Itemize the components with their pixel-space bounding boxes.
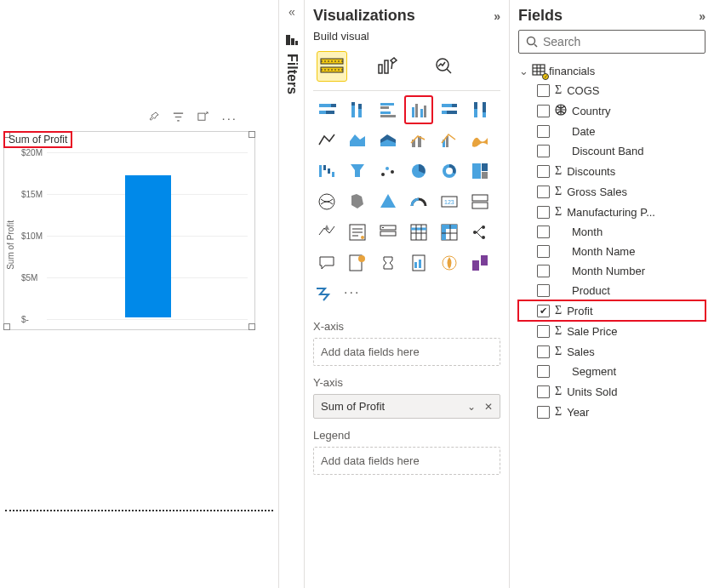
field-discount-band[interactable]: Discount Band (518, 141, 705, 161)
viz-type-pie[interactable] (405, 157, 432, 185)
filter-icon[interactable] (172, 111, 185, 126)
viz-type-card[interactable]: 123 (436, 188, 463, 215)
svg-point-85 (358, 255, 365, 262)
resize-handle[interactable] (3, 323, 10, 330)
field-segment[interactable]: Segment (518, 362, 705, 381)
field-date[interactable]: Date (518, 122, 705, 141)
table-financials[interactable]: ⌄ ✓ financials (518, 62, 705, 80)
sigma-icon: Σ (555, 385, 562, 398)
field-checkbox[interactable] (537, 145, 550, 157)
field-checkbox[interactable] (537, 245, 550, 258)
field-checkbox[interactable] (537, 186, 550, 198)
field-checkbox[interactable] (537, 385, 550, 398)
viz-type-stacked-area[interactable] (374, 127, 402, 154)
field-checkbox[interactable] (537, 345, 550, 358)
viz-type-gauge[interactable] (405, 188, 432, 215)
viz-type-multi-row-card[interactable] (466, 188, 494, 215)
tab-build-visual[interactable] (317, 51, 347, 82)
viz-type-azure-map[interactable] (374, 188, 402, 215)
viz-type-scatter[interactable] (374, 157, 402, 185)
field-country[interactable]: Country (518, 100, 705, 122)
viz-type-waterfall[interactable] (313, 157, 340, 185)
viz-type-matrix[interactable] (436, 219, 463, 246)
viz-type-ribbon[interactable] (466, 127, 494, 154)
legend-well[interactable]: Add data fields here (313, 447, 500, 475)
viz-type-kpi[interactable] (313, 219, 340, 246)
viz-type-donut[interactable] (436, 157, 463, 185)
collapse-chevron-icon[interactable]: » (288, 7, 295, 20)
field-gross-sales[interactable]: ΣGross Sales (518, 181, 705, 202)
tab-format-visual[interactable] (373, 51, 403, 82)
resize-handle[interactable] (248, 131, 255, 138)
field-month-number[interactable]: Month Number (518, 261, 705, 281)
field-checkbox[interactable] (537, 206, 550, 219)
field-discounts[interactable]: ΣDiscounts (518, 161, 705, 181)
viz-type-line[interactable] (313, 127, 340, 154)
field-month-name[interactable]: Month Name (518, 242, 705, 261)
field-year[interactable]: ΣYear (518, 402, 705, 422)
viz-type-line-stacked-column[interactable] (405, 127, 432, 154)
field-checkbox[interactable] (537, 325, 550, 338)
tab-analytics[interactable] (429, 51, 460, 82)
viz-type-decomposition-tree[interactable] (466, 219, 494, 246)
field-checkbox[interactable] (537, 84, 550, 97)
viz-type-clustered-bar[interactable] (374, 96, 402, 123)
collapse-chevron-icon[interactable]: » (494, 9, 500, 23)
field-checkbox[interactable] (537, 265, 550, 277)
field-checkbox[interactable] (537, 125, 550, 138)
bar[interactable] (125, 175, 171, 317)
field-checkbox[interactable] (537, 365, 550, 378)
field-checkbox[interactable] (537, 305, 550, 317)
viz-type-key-influencers[interactable] (344, 249, 371, 277)
fields-search[interactable] (518, 30, 705, 54)
viz-type-qa[interactable] (313, 249, 340, 277)
field-product[interactable]: Product (518, 281, 705, 300)
chevron-down-icon[interactable]: ⌄ (467, 401, 476, 413)
field-profit[interactable]: ΣProfit (518, 300, 705, 321)
viz-type-clustered-column[interactable] (405, 96, 432, 123)
viz-type-slicer[interactable] (374, 219, 402, 246)
xaxis-well[interactable]: Add data fields here (313, 338, 500, 366)
viz-type-funnel[interactable] (344, 157, 371, 185)
more-options-icon[interactable]: ··· (221, 111, 237, 126)
focus-mode-icon[interactable] (197, 111, 209, 126)
viz-type-line-clustered-column[interactable] (436, 127, 463, 154)
viz-type-smart-narrative[interactable] (344, 219, 371, 246)
yaxis-well[interactable]: Sum of Profit ⌄ ✕ (313, 394, 500, 419)
expand-caret-icon[interactable]: ⌄ (518, 65, 528, 77)
filters-pane-collapsed[interactable]: » Filters (279, 0, 305, 588)
field-cogs[interactable]: ΣCOGS (518, 80, 705, 100)
viz-type-treemap[interactable] (466, 157, 494, 185)
more-visuals-icon[interactable]: ··· (344, 285, 360, 306)
collapse-chevron-icon[interactable]: » (699, 9, 705, 23)
field-manufacturing-p-[interactable]: ΣManufacturing P... (518, 202, 705, 222)
search-input[interactable] (543, 35, 698, 49)
pin-icon[interactable] (147, 111, 160, 126)
power-automate-icon[interactable] (315, 285, 334, 306)
viz-type-100-stacked-column[interactable] (466, 96, 494, 123)
resize-handle[interactable] (248, 323, 255, 330)
viz-type-goals[interactable] (374, 249, 402, 277)
viz-type-area[interactable] (344, 127, 371, 154)
field-checkbox[interactable] (537, 225, 550, 238)
column-chart-visual[interactable]: Sum of Profit Sum of Profit $20M$15M$10M… (3, 131, 255, 330)
field-month[interactable]: Month (518, 222, 705, 242)
field-sales[interactable]: ΣSales (518, 341, 705, 362)
viz-type-stacked-bar[interactable] (313, 96, 340, 123)
field-checkbox[interactable] (537, 105, 550, 117)
viz-type-python[interactable] (466, 249, 494, 277)
field-units-sold[interactable]: ΣUnits Sold (518, 381, 705, 402)
viz-type-stacked-column[interactable] (344, 96, 371, 123)
viz-type-100-stacked-bar[interactable] (436, 96, 463, 123)
field-sale-price[interactable]: ΣSale Price (518, 321, 705, 341)
field-checkbox[interactable] (537, 406, 550, 419)
field-checkbox[interactable] (537, 165, 550, 178)
viz-type-map[interactable] (313, 188, 340, 215)
field-checkbox[interactable] (537, 284, 550, 297)
remove-field-icon[interactable]: ✕ (484, 401, 493, 413)
viz-type-table[interactable] (405, 219, 432, 246)
viz-type-paginated-report[interactable] (405, 249, 432, 277)
report-canvas[interactable]: ··· Sum of Profit Sum of Profit $20M$15M… (0, 0, 279, 588)
viz-type-arcgis[interactable] (436, 249, 463, 277)
viz-type-filled-map[interactable] (344, 188, 371, 215)
